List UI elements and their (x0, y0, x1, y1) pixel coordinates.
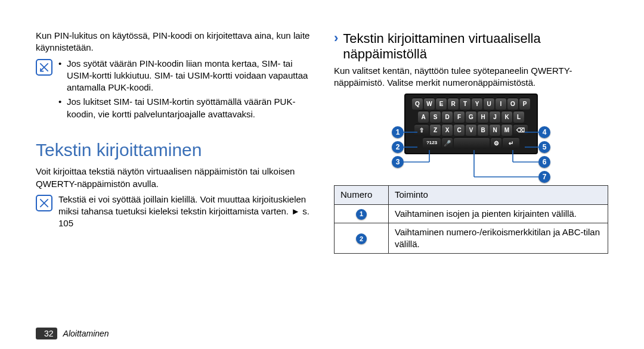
table-row: 2 Vaihtaminen numero-/erikoismerkkitilan… (335, 223, 608, 254)
key-d: D (442, 111, 453, 123)
note-icon (36, 59, 52, 76)
note-pin: Jos syötät väärän PIN-koodin liian monta… (36, 58, 310, 123)
key-a: A (418, 111, 429, 123)
section-intro: Voit kirjoittaa tekstiä näytön virtuaali… (36, 166, 310, 190)
callout-5: 5 (538, 141, 550, 153)
chevron-icon: › (334, 31, 338, 45)
key-n: N (490, 124, 500, 136)
row-num-2: 2 (356, 233, 367, 244)
pin-lead: Kun PIN-lukitus on käytössä, PIN-koodi o… (36, 30, 310, 54)
key-r: R (448, 98, 459, 110)
function-table: Numero Toiminto 1 Vaihtaminen isojen ja … (334, 185, 608, 254)
key-z: Z (430, 124, 441, 136)
note-bullets: Jos syötät väärän PIN-koodin liian monta… (58, 58, 310, 123)
section-title: Tekstin kirjoittaminen (36, 138, 310, 163)
row-num-1: 1 (356, 209, 367, 220)
key-o: O (507, 98, 518, 110)
key-mic: 🎤 (442, 137, 453, 149)
table-row: 1 Vaihtaminen isojen ja pienten kirjaint… (335, 204, 608, 223)
key-enter: ↵ (503, 137, 519, 149)
page-number: 32 (36, 328, 57, 339)
key-b: B (478, 124, 488, 136)
key-x: X (442, 124, 453, 136)
key-j: J (490, 111, 500, 123)
key-settings: ⚙ (491, 137, 501, 149)
note-languages-text: Tekstiä ei voi syöttää joillain kielillä… (58, 194, 310, 230)
kbd-row-2: A S D F G H J K L (408, 111, 534, 123)
virtual-keyboard: Q W E R T Y U I O P A S D F G H (404, 94, 538, 154)
key-f: F (454, 111, 465, 123)
cross-ref-arrow: ► (291, 206, 300, 216)
key-p: P (519, 98, 530, 110)
key-w: W (424, 98, 435, 110)
footer-section-name: Aloittaminen (63, 329, 109, 338)
note-bullet-1: Jos syötät väärän PIN-koodin liian monta… (58, 58, 310, 94)
key-t: T (460, 98, 470, 110)
kbd-row-1: Q W E R T Y U I O P (408, 98, 534, 110)
callout-4: 4 (538, 126, 550, 138)
key-u: U (484, 98, 494, 110)
subsection-head: › Tekstin kirjoittaminen virtuaalisella … (334, 31, 608, 63)
row-text-2: Vaihtaminen numero-/erikoismerkkitilan j… (389, 223, 608, 254)
callout-7: 7 (538, 171, 550, 183)
key-i: I (496, 98, 506, 110)
key-y: Y (472, 98, 482, 110)
kbd-row-3: ⇧ Z X C V B N M ⌫ (408, 124, 534, 136)
key-m: M (501, 124, 512, 136)
key-h: H (478, 111, 488, 123)
note-bullet-2: Jos lukitset SIM- tai USIM-kortin syöttä… (58, 96, 310, 120)
callout-1: 1 (392, 126, 404, 138)
callout-3: 3 (392, 156, 404, 168)
key-g: G (466, 111, 476, 123)
key-q: Q (412, 98, 423, 110)
key-backspace: ⌫ (513, 124, 528, 136)
kbd-row-4: ?123 🎤 ⚙ ↵ (408, 137, 534, 149)
key-s: S (430, 111, 441, 123)
callout-2: 2 (392, 141, 404, 153)
subsection-intro: Kun valitset kentän, näyttöön tulee syöt… (334, 65, 608, 89)
key-shift: ⇧ (414, 124, 429, 136)
key-e: E (436, 98, 447, 110)
key-c: C (454, 124, 465, 136)
page-footer: 32 Aloittaminen (36, 328, 109, 339)
th-function: Toiminto (389, 186, 608, 204)
callout-6: 6 (538, 156, 550, 168)
keyboard-diagram: 1 2 3 4 5 6 7 Q (397, 94, 546, 177)
subsection-title: Tekstin kirjoittaminen virtuaalisella nä… (343, 31, 608, 63)
row-text-1: Vaihtaminen isojen ja pienten kirjainten… (389, 204, 608, 223)
note-icon (36, 195, 52, 211)
note-languages: Tekstiä ei voi syöttää joillain kielillä… (36, 194, 310, 230)
key-l: L (513, 111, 524, 123)
key-mode: ?123 (423, 137, 441, 149)
th-number: Numero (335, 186, 389, 204)
key-space (454, 137, 490, 149)
key-k: K (501, 111, 512, 123)
key-v: V (466, 124, 476, 136)
